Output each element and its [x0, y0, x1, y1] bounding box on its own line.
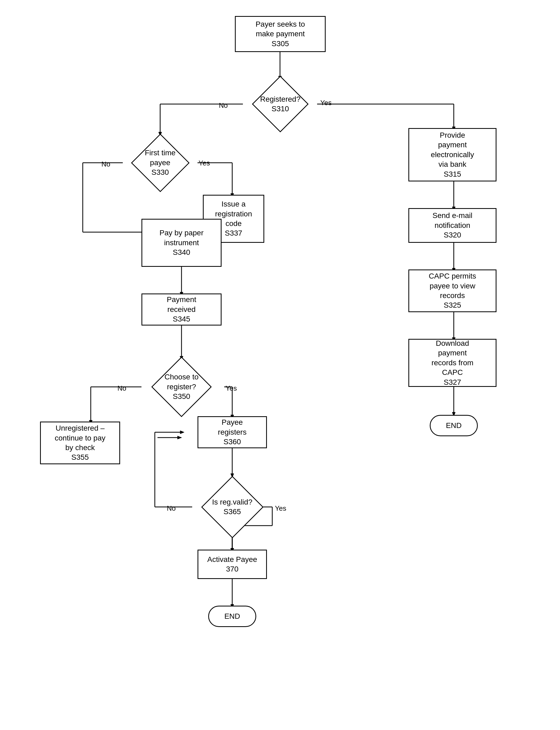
registered-text: Registered? S310 — [260, 94, 301, 114]
download-records-node: Download payment records from CAPC S327 — [408, 339, 496, 387]
unregistered-node: Unregistered – continue to pay by check … — [40, 421, 120, 464]
first-time-text: First time payee S330 — [145, 148, 175, 177]
is-reg-valid-diamond-wrapper: Is reg.valid? S365 — [192, 475, 272, 539]
yes-first-time-label: Yes — [199, 159, 210, 167]
no-registered-label: No — [219, 101, 228, 110]
provide-payment-node: Provide payment electronically via bank … — [408, 128, 496, 182]
flowchart: Payer seeks to make payment S305 Registe… — [0, 0, 560, 730]
no-choose-label: No — [117, 384, 126, 392]
choose-register-text: Choose to register? S350 — [164, 372, 199, 401]
end-left-node: END — [208, 606, 256, 627]
registered-diamond-wrapper: Registered? S310 — [243, 77, 318, 131]
no-reg-valid-label: No — [167, 504, 176, 512]
end-right-node: END — [430, 415, 478, 436]
payee-registers-node: Payee registers S360 — [198, 416, 267, 448]
capc-permits-node: CAPC permits payee to view records S325 — [408, 270, 496, 312]
pay-paper-node: Pay by paper instrument S340 — [141, 219, 222, 267]
is-reg-valid-text: Is reg.valid? S365 — [212, 497, 253, 517]
choose-register-diamond-wrapper: Choose to register? S350 — [141, 358, 222, 416]
activate-payee-node: Activate Payee 370 — [198, 550, 267, 579]
first-time-diamond-wrapper: First time payee S330 — [123, 133, 198, 192]
payment-received-node: Payment received S345 — [141, 294, 222, 326]
no-first-time-label: No — [101, 160, 110, 168]
start-node: Payer seeks to make payment S305 — [235, 16, 326, 52]
yes-registered-label: Yes — [320, 99, 332, 107]
yes-choose-label: Yes — [226, 384, 237, 392]
yes-reg-valid-label: Yes — [275, 504, 286, 512]
svg-marker-35 — [180, 430, 184, 434]
svg-marker-29 — [178, 436, 182, 439]
send-email-node: Send e-mail notification S320 — [408, 208, 496, 243]
